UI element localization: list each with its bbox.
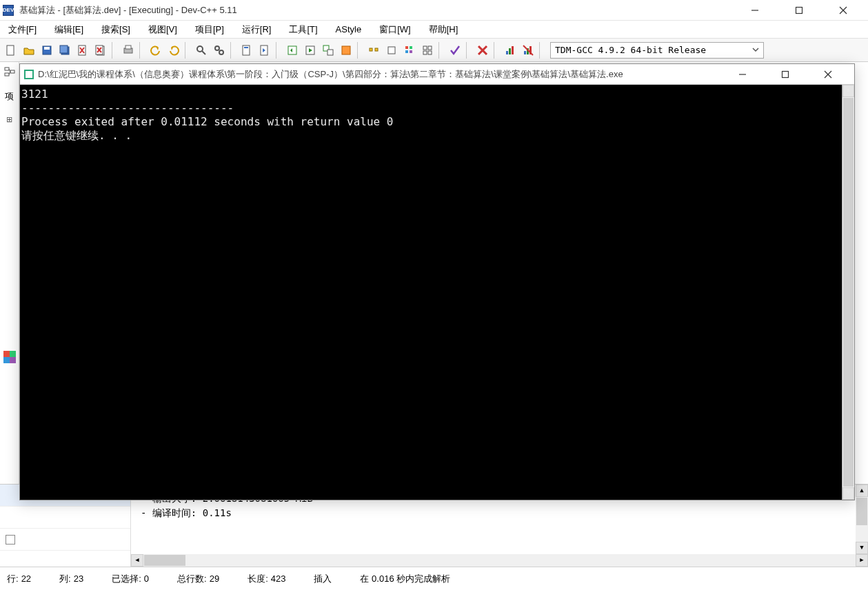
status-row-value: 22	[21, 573, 31, 584]
close-all-button[interactable]	[92, 42, 109, 59]
color-palette-icon[interactable]	[3, 351, 16, 363]
svg-rect-44	[509, 48, 511, 54]
minimize-button[interactable]	[741, 2, 769, 19]
menu-edit[interactable]: 编辑[E]	[50, 21, 88, 38]
svg-rect-8	[60, 45, 68, 53]
svg-rect-29	[342, 46, 350, 54]
chart1-button[interactable]	[502, 42, 518, 59]
svg-point-21	[219, 50, 223, 54]
save-button[interactable]	[39, 42, 55, 59]
vscrollbar[interactable]: ▲ ▼	[856, 485, 868, 554]
svg-rect-45	[512, 46, 514, 54]
svg-rect-40	[428, 51, 432, 54]
svg-rect-33	[405, 46, 408, 49]
menu-astyle[interactable]: AStyle	[332, 22, 366, 37]
print-button[interactable]	[120, 42, 137, 59]
scroll-right-icon[interactable]: ▶	[856, 554, 868, 567]
scroll-up-icon[interactable]: ▲	[856, 485, 868, 497]
menu-project[interactable]: 项目[P]	[191, 21, 228, 38]
new-file-button[interactable]	[3, 42, 19, 59]
output-line: - 编译时间: 0.11s	[141, 506, 858, 520]
run-button[interactable]	[302, 42, 319, 59]
scroll-left-icon[interactable]: ◀	[131, 554, 143, 567]
scroll-up-icon[interactable]: ▲	[842, 85, 854, 97]
scroll-thumb[interactable]	[144, 555, 185, 566]
status-len-value: 423	[271, 573, 286, 584]
menu-run[interactable]: 运行[R]	[238, 21, 276, 38]
scroll-down-icon[interactable]: ▼	[842, 487, 854, 500]
project-tree-icon[interactable]	[3, 66, 16, 81]
replace-button[interactable]	[211, 42, 228, 59]
toggle-bookmark-button[interactable]	[239, 42, 255, 59]
svg-rect-4	[7, 45, 14, 55]
console-body[interactable]: 3121 -------------------------------- Pr…	[20, 85, 854, 500]
svg-rect-28	[327, 50, 333, 55]
status-row-label: 行:	[7, 573, 19, 585]
svg-rect-31	[375, 48, 378, 51]
chevron-down-icon	[752, 45, 759, 55]
expand-icon[interactable]: ⊞	[6, 115, 12, 124]
clear-errors-button[interactable]	[474, 42, 491, 59]
scroll-thumb[interactable]	[856, 498, 867, 525]
main-titlebar: DEV 基础算法 - [基础算法.dev] - [Executing] - De…	[0, 0, 868, 21]
compile-run-button[interactable]	[320, 42, 336, 59]
maximize-button[interactable]	[785, 2, 813, 19]
toolbar: TDM-GCC 4.9.2 64-bit Release	[0, 39, 868, 62]
app-icon: DEV	[3, 5, 14, 16]
menu-help[interactable]: 帮助[H]	[425, 21, 463, 38]
status-col: 列: 23	[59, 573, 83, 585]
menu-search[interactable]: 搜索[S]	[97, 21, 134, 38]
check-syntax-button[interactable]	[447, 42, 463, 59]
console-maximize-button[interactable]	[771, 66, 799, 83]
compile-button[interactable]	[284, 42, 301, 59]
checkbox-icon[interactable]	[6, 535, 15, 545]
svg-line-19	[202, 51, 205, 54]
svg-rect-17	[125, 45, 131, 49]
svg-point-20	[215, 46, 219, 50]
debug-button[interactable]	[365, 42, 382, 59]
redo-button[interactable]	[165, 42, 182, 59]
stop-button[interactable]	[383, 42, 400, 59]
console-vscrollbar[interactable]: ▲ ▼	[842, 85, 854, 500]
svg-rect-36	[410, 50, 412, 53]
svg-rect-35	[405, 50, 408, 53]
console-close-button[interactable]	[814, 66, 842, 83]
console-line: --------------------------------	[21, 101, 853, 115]
chart2-button[interactable]	[520, 42, 536, 59]
menu-file[interactable]: 文件[F]	[4, 21, 41, 38]
bottom-tab-3[interactable]	[0, 529, 130, 551]
sidebar-header: 项	[5, 90, 14, 103]
hscrollbar[interactable]: ◀ ▶	[131, 554, 868, 567]
scroll-down-icon[interactable]: ▼	[856, 542, 868, 554]
scroll-thumb[interactable]	[843, 98, 854, 487]
console-minimize-button[interactable]	[729, 66, 756, 83]
svg-rect-30	[370, 48, 372, 51]
status-total-lines: 总行数: 29	[177, 573, 219, 585]
menu-view[interactable]: 视图[V]	[144, 21, 181, 38]
menu-tools[interactable]: 工具[T]	[285, 21, 321, 38]
tools-button[interactable]	[419, 42, 436, 59]
goto-bookmark-button[interactable]	[256, 42, 273, 59]
svg-rect-46	[524, 51, 526, 54]
svg-rect-37	[423, 46, 427, 50]
status-selection: 已选择: 0	[112, 573, 149, 585]
console-line: 请按任意键继续. . .	[21, 129, 853, 143]
profile-button[interactable]	[401, 42, 418, 59]
save-all-button[interactable]	[57, 42, 73, 59]
console-line: Process exited after 0.01112 seconds wit…	[21, 115, 853, 129]
rebuild-button[interactable]	[338, 42, 354, 59]
status-parse-value: 在 0.016 秒内完成解析	[360, 573, 450, 585]
find-button[interactable]	[193, 42, 210, 59]
open-file-button[interactable]	[21, 42, 37, 59]
close-file-button[interactable]	[74, 42, 91, 59]
menu-window[interactable]: 窗口[W]	[375, 21, 415, 38]
compiler-select[interactable]: TDM-GCC 4.9.2 64-bit Release	[550, 42, 764, 59]
undo-button[interactable]	[148, 42, 164, 59]
status-total-value: 29	[210, 573, 219, 584]
close-button[interactable]	[829, 2, 857, 19]
svg-rect-32	[388, 47, 395, 54]
svg-rect-39	[423, 51, 427, 54]
console-titlebar[interactable]: D:\红泥巴\我的课程体系\（信息奥赛）课程体系\第一阶段：入门级（CSP-J）…	[20, 64, 854, 85]
svg-rect-56	[783, 71, 789, 77]
bottom-tab-2[interactable]	[0, 507, 130, 529]
